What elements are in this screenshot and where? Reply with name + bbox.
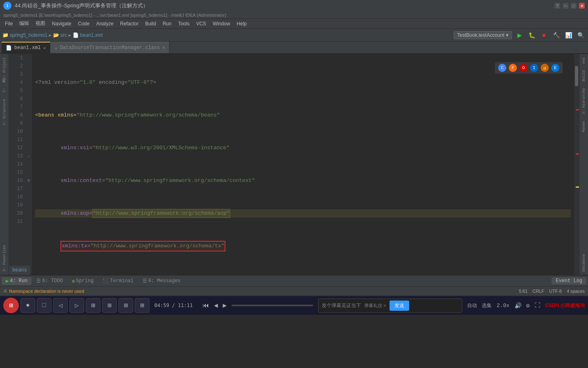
ant-panel-icon[interactable]: Ant — [581, 56, 587, 65]
browser-icons-panel: C F O I ↺ E — [495, 62, 563, 74]
csdn-logo: CSDN @跨越海沟 — [545, 302, 585, 309]
code-line-5: xmlns:aop="http://www.springframework.or… — [35, 209, 571, 218]
tab-close-bean1[interactable]: ✕ — [43, 45, 46, 51]
prev-frame-btn[interactable]: ◀ — [214, 301, 218, 310]
component-scan-icon: ⬦ — [27, 152, 30, 160]
minimize-button[interactable]: ─ — [563, 3, 568, 9]
screen-icon[interactable]: ⛶ — [535, 302, 540, 309]
progress-bar[interactable] — [232, 305, 313, 306]
search-button[interactable]: 🔍 — [576, 30, 586, 40]
editor-area: 1 2 3 4 5 6 7 8 9 10 11 12 13 14 15 16 1… — [9, 54, 579, 275]
send-button[interactable]: 发送 — [390, 301, 409, 311]
menu-item-refactor[interactable]: Refactor — [117, 20, 142, 27]
chevron-down-icon: ▾ — [506, 32, 508, 38]
comment-placeholder: 发个弹幕见证当下 — [322, 302, 361, 309]
menu-item-tools[interactable]: Tools — [175, 20, 193, 27]
build-panel-icon[interactable]: Build — [581, 69, 587, 83]
menu-item-vcs[interactable]: VCS — [193, 20, 209, 27]
debug-button[interactable]: 🐛 — [527, 30, 537, 40]
indent-info[interactable]: 4 spaces — [567, 289, 585, 294]
structure-panel-icon[interactable]: 2: Structure — [2, 97, 7, 127]
breadcrumb-project[interactable]: 📁 spring5_txdemo1 — [2, 32, 47, 38]
method-panel-icon[interactable]: 1: 方法 — [1, 84, 8, 94]
opera-icon[interactable]: O — [519, 64, 528, 72]
auto-button[interactable]: 自动 — [467, 302, 477, 309]
coverage-button[interactable]: 📊 — [564, 30, 573, 40]
file-encoding[interactable]: UTF-8 — [549, 289, 562, 294]
tab-todo[interactable]: ☰ 6: TODO — [32, 277, 67, 285]
taskbar-browser[interactable]: ● — [20, 298, 35, 313]
tab-terminal[interactable]: ⬛ Terminal — [98, 277, 138, 285]
taskbar-forward[interactable]: ▷ — [69, 298, 84, 313]
menu-item-run[interactable]: Run — [159, 20, 175, 27]
tab-bean1-xml[interactable]: 📄 bean1.xml ✕ — [2, 42, 50, 53]
menu-item-view[interactable]: 视图 — [32, 19, 49, 28]
title-bar: I 44.尚硅谷_事务操作-Spring声明式事务管理（注解方式） ? ─ □ … — [0, 0, 588, 11]
menu-item-navigate[interactable]: Navigate — [49, 20, 74, 27]
tab-close-datasource[interactable]: ✕ — [163, 45, 165, 50]
run-config[interactable]: TestBook.testAccount ▾ — [454, 31, 512, 39]
subtitle-bar: spring5_txdemo1 [E:\work\spring5_txdemo1… — [0, 11, 588, 19]
taskbar-app4[interactable]: ⊞ — [135, 298, 149, 313]
refresh-icon[interactable]: ↺ — [541, 64, 549, 72]
tab-messages[interactable]: ☰ 0: Messages — [138, 277, 185, 285]
file-icon: 📄 — [73, 32, 79, 38]
code-lines[interactable]: <?xml version="1.0" encoding="UTF-8"?> <… — [32, 54, 574, 275]
project-panel-icon[interactable]: 1: Project — [2, 56, 7, 81]
taskbar-app3[interactable]: ⊞ — [118, 298, 133, 313]
firefox-icon[interactable]: F — [509, 64, 517, 72]
toolbar-right: TestBook.testAccount ▾ ▶ 🐛 ■ 🔨 📊 🔍 — [454, 30, 586, 40]
next-frame-btn[interactable]: ▶ — [223, 301, 227, 310]
menu-bar: File 编辑 视图 Navigate Code Analyze Refacto… — [0, 19, 588, 29]
menu-item-code[interactable]: Code — [75, 20, 93, 27]
main-content: 1: Project 1: 方法 2: Structure 2: Favorit… — [0, 54, 588, 275]
comment-area[interactable]: 发个弹幕见证当下 弹幕礼仪 > 发送 — [318, 298, 462, 313]
menu-item-edit[interactable]: 编辑 — [16, 19, 32, 28]
favorites-panel-icon[interactable]: 2: Favorites — [2, 243, 7, 273]
stop-button[interactable]: ■ — [539, 30, 549, 40]
close-button[interactable]: ✕ — [579, 3, 585, 9]
speed-indicator[interactable]: 2.0x — [497, 303, 509, 309]
help-button[interactable]: ? — [555, 3, 560, 9]
build-button[interactable]: 🔨 — [551, 30, 561, 40]
breadcrumb-src[interactable]: 📂 src — [53, 32, 67, 38]
settings-icon[interactable]: ⚙ — [526, 302, 530, 309]
database-panel-icon[interactable]: Database — [581, 252, 587, 273]
tab-bar: 📄 bean1.xml ✕ ☕ DataSourceTransactionMan… — [0, 42, 588, 54]
edge-icon[interactable]: E — [551, 64, 559, 72]
messages-icon: ☰ — [143, 278, 147, 284]
etiquette-link[interactable]: 弹幕礼仪 > — [364, 303, 386, 309]
line-ending[interactable]: CRLF — [532, 289, 544, 294]
select-button[interactable]: 选集 — [482, 302, 492, 309]
code-line-1: <?xml version="1.0" encoding="UTF-8"?> — [35, 79, 571, 87]
volume-icon[interactable]: 🔊 — [514, 302, 521, 309]
tab-run[interactable]: ▶ 4: Run — [2, 277, 31, 285]
hierarchy-panel-icon[interactable]: 3: Hierarchy — [581, 86, 587, 116]
code-container[interactable]: 1 2 3 4 5 6 7 8 9 10 11 12 13 14 15 16 1… — [9, 54, 579, 275]
scroll-thumb[interactable] — [575, 66, 578, 86]
menu-item-analyze[interactable]: Analyze — [93, 20, 117, 27]
prev-btn[interactable]: ⏮ — [203, 302, 209, 310]
run-button[interactable]: ▶ — [514, 30, 524, 40]
breadcrumb-file[interactable]: 📄 bean1.xml — [73, 32, 102, 38]
tab-spring[interactable]: ✿ Spring — [68, 277, 98, 285]
bean-fold-icon[interactable]: ▽ — [27, 177, 30, 185]
ie-icon[interactable]: I — [530, 64, 538, 72]
taskbar-explorer[interactable]: □ — [37, 298, 51, 313]
menu-item-help[interactable]: Help — [234, 20, 250, 27]
taskbar-app1[interactable]: ⊞ — [86, 298, 100, 313]
event-log-button[interactable]: Event Log — [552, 277, 586, 285]
start-button[interactable]: ⊞ — [3, 298, 19, 313]
menu-item-build[interactable]: Build — [142, 20, 159, 27]
scroll-bar[interactable] — [574, 54, 579, 275]
cursor-position: 5:61 — [519, 289, 528, 294]
chrome-icon[interactable]: C — [498, 64, 506, 72]
tab-datasource-manager[interactable]: ☕ DataSourceTransactionManager.class ✕ — [50, 42, 169, 53]
maven-panel-icon[interactable]: Maven — [581, 119, 587, 134]
maximize-button[interactable]: □ — [571, 3, 577, 9]
right-panel-strip: Ant Build 3: Hierarchy Maven Database — [579, 54, 588, 275]
menu-item-window[interactable]: Window — [209, 20, 234, 27]
taskbar-back[interactable]: ◁ — [53, 298, 68, 313]
menu-item-file[interactable]: File — [2, 20, 16, 27]
taskbar-app2[interactable]: ⊞ — [102, 298, 117, 313]
